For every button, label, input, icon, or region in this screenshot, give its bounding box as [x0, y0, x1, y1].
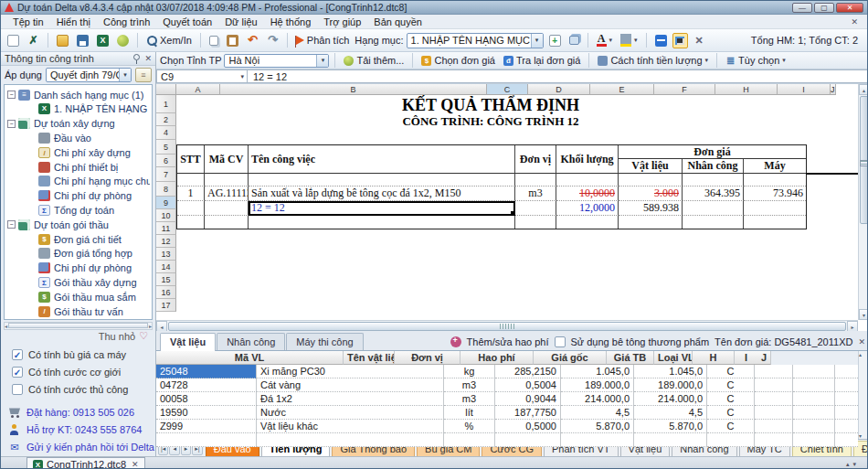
- row-header[interactable]: 13: [156, 248, 176, 261]
- cell[interactable]: [205, 174, 249, 187]
- cell[interactable]: [793, 365, 835, 378]
- select-all-corner[interactable]: [156, 84, 176, 95]
- material-column-header[interactable]: Loại VL: [654, 351, 693, 365]
- add-edit-link[interactable]: Thêm/sửa hao phí: [467, 336, 549, 347]
- row-header[interactable]: 15: [156, 273, 176, 286]
- tree-item[interactable]: − $ Đơn giá chi tiết: [6, 232, 150, 247]
- minimize-button[interactable]: —: [792, 3, 812, 13]
- cell[interactable]: [755, 420, 793, 433]
- hang-muc-select[interactable]: 1. NHẬP TÊN HẠNG MỤC VÀ... ▾: [407, 33, 544, 48]
- column-header[interactable]: F: [654, 84, 715, 95]
- material-row[interactable]: 25048 Xi măng PC30 kg 285,2150 1.045,0 1…: [156, 365, 858, 378]
- material-column-header[interactable]: H: [693, 351, 735, 365]
- tree-item[interactable]: − / Gói thầu tư vấn: [6, 304, 150, 319]
- row-header[interactable]: 9: [156, 197, 176, 209]
- material-loai[interactable]: C: [707, 365, 755, 378]
- menu-item[interactable]: Quyết toán: [156, 16, 218, 28]
- column-header[interactable]: B: [220, 84, 487, 95]
- cell[interactable]: 589.938: [619, 201, 683, 216]
- scroll-down-icon[interactable]: ▾: [859, 432, 868, 439]
- material-giagoc[interactable]: 214.000,0: [561, 392, 634, 406]
- material-unit[interactable]: %: [444, 420, 495, 433]
- material-column-header[interactable]: Mã VL: [156, 351, 344, 365]
- material-haophi[interactable]: 0,9044: [495, 392, 561, 406]
- header-cell[interactable]: Tên công việc: [249, 145, 515, 174]
- material-giatb[interactable]: 4,5: [634, 406, 707, 420]
- pin-icon[interactable]: [133, 54, 140, 63]
- decision-select[interactable]: Quyết định 79/QĐ-B... ▾: [46, 68, 132, 82]
- column-header[interactable]: I: [778, 84, 831, 95]
- header-cell[interactable]: Mã CV: [205, 145, 249, 174]
- row-header[interactable]: 7: [156, 167, 176, 182]
- print-preview-button[interactable]: Xem/In: [143, 34, 195, 47]
- material-code[interactable]: 19590: [156, 406, 257, 420]
- row-header[interactable]: 6: [156, 155, 176, 167]
- scrollbar-thumb[interactable]: [168, 322, 846, 331]
- cell[interactable]: [556, 174, 619, 187]
- settings-button[interactable]: ≡: [135, 68, 152, 82]
- menu-item[interactable]: Hiển thị: [50, 16, 97, 28]
- copy-button[interactable]: [206, 35, 221, 47]
- tree-item[interactable]: − $ Gói thầu mua sắm: [6, 290, 150, 304]
- pane-splitter[interactable]: [860, 160, 868, 166]
- redo-button[interactable]: ↷: [264, 34, 281, 48]
- cell[interactable]: [835, 392, 858, 406]
- cell[interactable]: [683, 201, 744, 216]
- cell[interactable]: m3: [515, 187, 556, 201]
- undo-button[interactable]: ↶: [244, 34, 261, 48]
- scroll-up-icon[interactable]: ▴: [859, 351, 868, 357]
- pane-close-icon[interactable]: ✕: [858, 337, 865, 346]
- material-column-header[interactable]: Đơn vị: [395, 351, 460, 365]
- cell[interactable]: [755, 392, 793, 406]
- material-unit[interactable]: m3: [444, 378, 495, 392]
- cell[interactable]: [177, 216, 205, 229]
- cell[interactable]: [835, 420, 858, 433]
- add-item-button[interactable]: +: [546, 34, 564, 48]
- material-row[interactable]: 04728 Cát vàng m3 0,5004 189.000,0 189.0…: [156, 378, 858, 392]
- panel-close-icon[interactable]: ✕: [144, 54, 152, 63]
- row-header[interactable]: 17: [156, 299, 176, 312]
- row-header[interactable]: 8: [156, 182, 176, 197]
- material-unit[interactable]: kg: [444, 365, 495, 378]
- material-name[interactable]: Đá 1x2: [257, 392, 444, 406]
- cell[interactable]: [835, 365, 858, 378]
- material-loai[interactable]: C: [707, 392, 755, 406]
- material-haophi[interactable]: 0,5004: [495, 378, 561, 392]
- cell[interactable]: [249, 216, 515, 229]
- haophi-tab[interactable]: Vật liệu: [160, 333, 216, 351]
- material-giagoc[interactable]: 5.870,0: [561, 420, 634, 433]
- column-header[interactable]: J: [831, 84, 836, 95]
- excel-export-button[interactable]: X: [94, 34, 111, 48]
- dropdown-arrow-icon[interactable]: ▾: [316, 55, 328, 67]
- tree-scrollbar[interactable]: ◂▸: [4, 322, 153, 330]
- collapse-label[interactable]: Thu nhỏ: [99, 331, 135, 342]
- material-code[interactable]: Z999: [156, 420, 257, 433]
- column-header[interactable]: A: [176, 84, 220, 95]
- tree-item[interactable]: − Dự toán gói thầu: [6, 218, 150, 232]
- sheet-canvas[interactable]: KẾT QUẢ THẨM ĐỊNH CÔNG TRÌNH: CÔNG TRÌNH…: [176, 95, 858, 320]
- vertical-scrollbar[interactable]: ▴ ▾: [858, 84, 868, 320]
- tree-item[interactable]: − Dự toán xây dựng: [6, 116, 150, 131]
- material-column-header[interactable]: Tên vật liệu: [344, 351, 395, 365]
- tree-item[interactable]: − Chi phí dự phòng: [6, 261, 150, 275]
- tree-item[interactable]: − Đầu vào: [6, 131, 150, 145]
- scroll-left-icon[interactable]: ◂: [156, 321, 167, 332]
- haophi-tab[interactable]: Máy thi công: [286, 333, 363, 350]
- scroll-right-icon[interactable]: ▸: [847, 321, 858, 332]
- quantity-method-button[interactable]: Cách tính tiền lượng▾: [595, 54, 711, 67]
- material-loai[interactable]: C: [707, 420, 755, 433]
- material-loai[interactable]: C: [707, 378, 755, 392]
- material-giatb[interactable]: 214.000,0: [634, 392, 707, 406]
- cell[interactable]: [793, 406, 835, 420]
- analyze-button[interactable]: Phân tích: [293, 34, 352, 47]
- row-header[interactable]: 16: [156, 286, 176, 299]
- concrete-checkbox[interactable]: ✓: [555, 336, 566, 347]
- material-row[interactable]: Z999 Vật liệu khác % 0,5000 5.870,0 5.87…: [156, 420, 858, 433]
- material-column-header[interactable]: I: [735, 351, 757, 365]
- tree-item[interactable]: − Đơn giá tổng hợp: [6, 246, 150, 261]
- row-header[interactable]: 12: [156, 235, 176, 248]
- cell-reference-box[interactable]: C9 ▾: [156, 69, 248, 83]
- book-button[interactable]: [652, 34, 670, 48]
- paste-button[interactable]: [224, 34, 241, 48]
- contact-link[interactable]: Đặt hàng: 0913 505 026: [8, 404, 155, 421]
